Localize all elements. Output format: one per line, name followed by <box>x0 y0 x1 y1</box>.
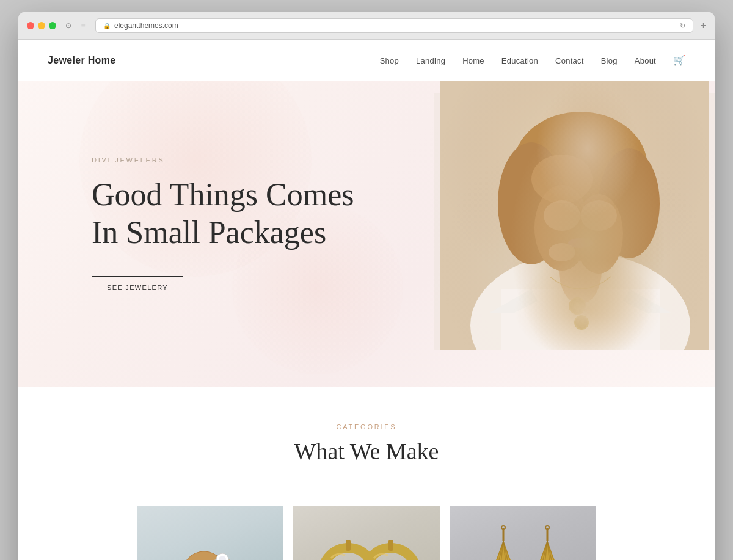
refresh-icon[interactable]: ↻ <box>680 22 685 30</box>
nav-landing[interactable]: Landing <box>416 56 445 65</box>
url-text: elegantthemes.com <box>114 21 178 30</box>
minimize-button[interactable] <box>38 22 45 29</box>
product-card-hoops[interactable] <box>293 506 440 560</box>
browser-chrome: ⊙ ≡ 🔒 elegantthemes.com ↻ + <box>18 12 715 40</box>
close-button[interactable] <box>27 22 34 29</box>
nav-education[interactable]: Education <box>501 56 538 65</box>
svg-point-16 <box>569 297 586 315</box>
nav-about[interactable]: About <box>635 56 656 65</box>
lock-icon: 🔒 <box>103 23 111 29</box>
traffic-lights <box>27 22 56 29</box>
svg-rect-32 <box>388 540 393 551</box>
categories-label: CATEGORIES <box>48 423 685 431</box>
categories-title: What We Make <box>48 438 685 465</box>
products-row <box>18 506 715 560</box>
fans-svg <box>462 522 584 560</box>
address-bar[interactable]: 🔒 elegantthemes.com ↻ <box>95 18 693 33</box>
svg-point-20 <box>575 316 588 329</box>
nav-contact[interactable]: Contact <box>555 56 584 65</box>
hero-section: DIVI JEWELERS Good Things Comes In Small… <box>18 81 715 387</box>
hoops-svg <box>305 522 428 560</box>
svg-point-19 <box>574 315 589 330</box>
cart-icon[interactable]: 🛒 <box>673 55 685 65</box>
new-tab-button[interactable]: + <box>701 20 706 31</box>
brand-logo[interactable]: Jeweler Home <box>48 55 115 66</box>
nav-blog[interactable]: Blog <box>601 56 618 65</box>
privacy-icon: ⊙ <box>64 21 73 31</box>
svg-point-18 <box>574 302 581 310</box>
svg-rect-30 <box>346 540 351 551</box>
nav-links: Shop Landing Home Education Contact Blog… <box>380 54 685 66</box>
navbar: Jeweler Home Shop Landing Home Education… <box>18 40 715 81</box>
maximize-button[interactable] <box>49 22 56 29</box>
categories-section: CATEGORIES What We Make <box>18 387 715 506</box>
hero-subtitle: DIVI JEWELERS <box>92 156 715 164</box>
menu-icon: ≡ <box>78 21 88 31</box>
svg-point-17 <box>570 299 585 313</box>
cta-button[interactable]: SEE JEWELERY <box>92 276 183 299</box>
rings-svg <box>161 534 259 560</box>
product-card-fans[interactable] <box>450 506 596 560</box>
nav-home[interactable]: Home <box>462 56 484 65</box>
product-card-rings[interactable] <box>137 506 283 560</box>
hero-title: Good Things Comes In Small Packages <box>92 176 373 252</box>
hero-content: DIVI JEWELERS Good Things Comes In Small… <box>18 156 715 300</box>
browser-controls: ⊙ ≡ <box>64 21 88 31</box>
browser-window: ⊙ ≡ 🔒 elegantthemes.com ↻ + Jeweler Home… <box>18 12 715 560</box>
nav-shop[interactable]: Shop <box>380 56 399 65</box>
rings-display <box>137 506 283 560</box>
website-content: Jeweler Home Shop Landing Home Education… <box>18 40 715 560</box>
